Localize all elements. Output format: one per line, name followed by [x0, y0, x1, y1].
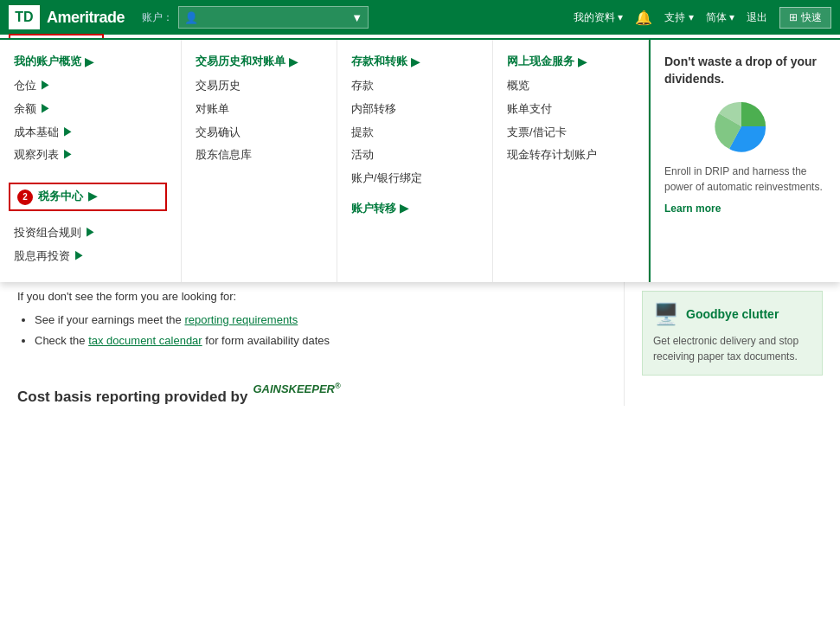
- accounttransfer-arrow-icon: ▶: [400, 202, 408, 215]
- drip-arrow-icon: ▶: [74, 249, 85, 262]
- taxcenter-step-circle: 2: [17, 189, 33, 205]
- deposit-label: 存款: [351, 79, 374, 92]
- gainskeeper-label: GAINSKEEPER: [253, 382, 335, 395]
- promo-desc: Enroll in DRIP and harness the power of …: [664, 164, 826, 195]
- dropdown-item-withdraw[interactable]: 提款: [351, 121, 478, 145]
- balance-label: 余额: [14, 102, 36, 115]
- dropdown-item-balance[interactable]: 余额 ▶: [14, 98, 167, 121]
- dropdown-overview-label: 我的账户概览: [14, 54, 81, 69]
- tradeconfirm-label: 交易确认: [196, 125, 240, 138]
- dropdown-item-watchlist[interactable]: 观察列表 ▶: [14, 144, 167, 167]
- positions-arrow-icon: ▶: [40, 79, 51, 92]
- shareholder-label: 股东信息库: [196, 148, 252, 161]
- dropdown-col-history: 交易历史和对账单 ▶ 交易历史 对账单 交易确认 股东信息库: [182, 40, 337, 282]
- monitor-icon: 🖥️: [653, 302, 679, 326]
- dropdown-item-cashsummary[interactable]: 概览: [507, 74, 634, 98]
- history-header-arrow-icon: ▶: [289, 55, 298, 68]
- goodbye-box: 🖥️ Goodbye clutter Get electronic delive…: [642, 291, 823, 376]
- billpay-label: 账单支付: [507, 102, 552, 115]
- drip-label: 股息再投资: [14, 249, 70, 262]
- dropdown-item-costbasis[interactable]: 成本基础 ▶: [14, 121, 167, 145]
- help-intro-text: If you don't see the form you are lookin…: [17, 290, 606, 303]
- costbasis-label: 成本基础: [14, 125, 59, 138]
- taxcenter-arrow-icon: ▶: [88, 188, 97, 206]
- portfolio-label: 投资组合规则: [14, 226, 81, 239]
- internaltransfer-label: 内部转移: [351, 102, 396, 115]
- dropdown-item-statement[interactable]: 对账单: [196, 98, 323, 121]
- positions-label: 仓位: [14, 79, 36, 92]
- dropdown-item-taxcenter[interactable]: 2 税务中心 ▶: [9, 183, 167, 211]
- dropdown-item-tradehistory[interactable]: 交易历史: [196, 74, 323, 98]
- dropdown-header-overview[interactable]: 我的账户概览 ▶: [14, 54, 167, 69]
- tax-calendar-link[interactable]: tax document calendar: [88, 334, 202, 347]
- tradehistory-label: 交易历史: [196, 79, 240, 92]
- grid-icon: ⊞: [789, 11, 798, 23]
- brand-name: Ameritrade: [47, 9, 125, 27]
- costbasis-arrow-icon: ▶: [62, 125, 74, 138]
- dropdown-menu: 我的账户概览 ▶ 仓位 ▶ 余额 ▶ 成本基础 ▶ 观察列表 ▶ 2: [0, 38, 840, 282]
- goodbye-title: Goodbye clutter: [686, 307, 779, 321]
- dropdown-col-account: 我的账户概览 ▶ 仓位 ▶ 余额 ▶ 成本基础 ▶ 观察列表 ▶ 2: [0, 40, 182, 282]
- gainskeeper-reg: ®: [335, 382, 341, 390]
- dropdown-item-drip[interactable]: 股息再投资 ▶: [14, 245, 167, 268]
- help-item-2-suffix: for form availability dates: [205, 334, 330, 347]
- language-link[interactable]: 简体 ▾: [706, 10, 734, 25]
- promo-learn-more-link[interactable]: Learn more: [664, 202, 721, 215]
- deposit-header-label: 存款和转账: [351, 54, 407, 69]
- cashsavings-label: 现金转存计划账户: [507, 148, 597, 161]
- dropdown-item-shareholder[interactable]: 股东信息库: [196, 144, 323, 167]
- help-list: See if your earnings meet the reporting …: [17, 310, 606, 350]
- dropdown-col-deposit: 存款和转账 ▶ 存款 内部转移 提款 活动 账户/银行绑定 账户转移 ▶: [337, 40, 493, 282]
- notification-bell-icon[interactable]: 🔔: [635, 10, 652, 26]
- taxcenter-label: 税务中心: [38, 188, 83, 206]
- statement-label: 对账单: [196, 102, 229, 115]
- dropdown-header-cashservice[interactable]: 网上现金服务 ▶: [507, 54, 634, 69]
- dropdown-item-activity[interactable]: 活动: [351, 144, 478, 167]
- accounttransfer-label: 账户转移: [351, 201, 396, 216]
- promo-title: Don't waste a drop of your dividends.: [664, 54, 826, 87]
- dropdown-item-tradeconfirm[interactable]: 交易确认: [196, 121, 323, 145]
- watchlist-arrow-icon: ▶: [62, 148, 74, 161]
- account-selector[interactable]: 👤 ▼: [178, 6, 369, 29]
- support-link[interactable]: 支持 ▾: [664, 10, 693, 25]
- top-bar: TD Ameritrade 账户： 👤 ▼ 我的资料 ▾ 🔔 支持 ▾ 简体 ▾…: [0, 0, 840, 35]
- dropdown-header-accounttransfer[interactable]: 账户转移 ▶: [351, 201, 478, 216]
- dropdown-item-bankbind[interactable]: 账户/银行绑定: [351, 167, 478, 190]
- reporting-requirements-link[interactable]: reporting requirements: [184, 313, 298, 326]
- dropdown-item-portfolio[interactable]: 投资组合规则 ▶: [14, 222, 167, 245]
- withdraw-label: 提款: [351, 125, 374, 138]
- dropdown-item-positions[interactable]: 仓位 ▶: [14, 74, 167, 98]
- help-list-item-1: See if your earnings meet the reporting …: [35, 310, 606, 330]
- dropdown-item-deposit[interactable]: 存款: [351, 74, 478, 98]
- cost-basis-row: Cost basis reporting provided by GAINSKE…: [17, 371, 606, 406]
- dropdown-col-cashservice: 网上现金服务 ▶ 概览 账单支付 支票/借记卡 现金转存计划账户: [493, 40, 649, 282]
- help-item-2-text: Check the: [35, 334, 88, 347]
- dropdown-item-debitcard[interactable]: 支票/借记卡: [507, 121, 634, 145]
- bankbind-label: 账户/银行绑定: [351, 171, 422, 184]
- balance-arrow-icon: ▶: [40, 102, 51, 115]
- dropdown-item-billpay[interactable]: 账单支付: [507, 98, 634, 121]
- logout-link[interactable]: 退出: [747, 10, 767, 25]
- my-profile-link[interactable]: 我的资料 ▾: [574, 10, 623, 25]
- cashservice-arrow-icon: ▶: [578, 55, 587, 68]
- account-chevron-icon: ▼: [351, 11, 362, 24]
- dropdown-item-cashsavings[interactable]: 现金转存计划账户: [507, 144, 634, 167]
- cost-basis-title: Cost basis reporting provided by: [17, 389, 247, 406]
- history-header-label: 交易历史和对账单: [196, 54, 285, 69]
- activity-label: 活动: [351, 148, 374, 161]
- goodbye-desc: Get electronic delivery and stop receivi…: [653, 333, 811, 364]
- dropdown-header-deposit[interactable]: 存款和转账 ▶: [351, 54, 478, 69]
- account-label: 账户：: [142, 10, 173, 25]
- cashservice-header-label: 网上现金服务: [507, 54, 574, 69]
- portfolio-arrow-icon: ▶: [85, 226, 96, 239]
- watchlist-label: 观察列表: [14, 148, 59, 161]
- quick-button[interactable]: ⊞ 快速: [779, 7, 831, 29]
- dropdown-item-internaltransfer[interactable]: 内部转移: [351, 98, 478, 121]
- person-icon: 👤: [184, 11, 198, 24]
- deposit-header-arrow-icon: ▶: [411, 55, 420, 68]
- cashsummary-label: 概览: [507, 79, 529, 92]
- td-logo: TD: [9, 5, 40, 29]
- dropdown-header-history[interactable]: 交易历史和对账单 ▶: [196, 54, 323, 69]
- dropdown-promo: Don't waste a drop of your dividends. En…: [649, 40, 840, 282]
- help-list-item-2: Check the tax document calendar for form…: [35, 331, 606, 350]
